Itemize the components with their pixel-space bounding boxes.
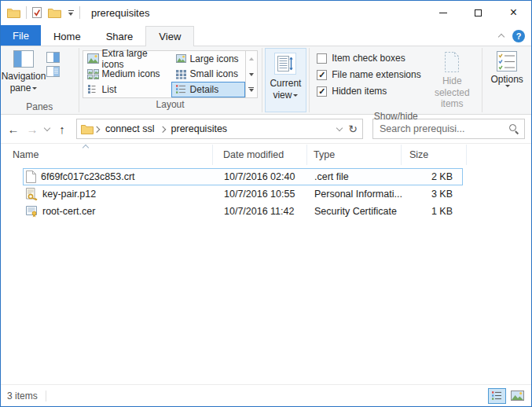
dropdown-caret-icon xyxy=(293,94,298,97)
layout-details[interactable]: Details xyxy=(171,82,245,97)
current-view-icon xyxy=(274,53,296,75)
maximize-button[interactable] xyxy=(460,1,496,24)
hide-selected-items-label: Hide selected items xyxy=(426,75,478,110)
current-view-group: Currentview xyxy=(262,46,310,114)
column-header-size[interactable]: Size xyxy=(402,145,467,165)
file-type: Personal Informati... xyxy=(308,189,402,200)
close-button[interactable]: × xyxy=(496,1,531,24)
file-generic-icon xyxy=(26,170,36,183)
tab-home[interactable]: Home xyxy=(41,27,94,46)
file-date-modified: 10/7/2016 10:55 xyxy=(214,189,308,200)
quick-access-toolbar xyxy=(32,7,74,18)
small-icons-icon xyxy=(175,69,187,79)
hide-selected-items-icon xyxy=(442,51,462,73)
checkbox-icon xyxy=(317,53,327,64)
preview-pane-button[interactable] xyxy=(46,52,60,63)
help-icon[interactable]: ? xyxy=(512,30,525,42)
status-bar: 3 items xyxy=(1,384,531,406)
file-list-area[interactable]: Name Date modified Type Size 6f69fc017c2… xyxy=(1,144,531,384)
ribbon-tab-row: File Home Share View ? xyxy=(1,24,531,46)
large-icons-icon xyxy=(175,53,187,64)
layout-extra-large-icons[interactable]: Extra large icons xyxy=(83,51,171,67)
options-button[interactable]: Options xyxy=(482,46,531,114)
folder-app-icon xyxy=(7,8,20,18)
minimize-button[interactable] xyxy=(425,1,460,24)
column-header-date-modified[interactable]: Date modified xyxy=(213,145,307,165)
details-view-toggle-button[interactable] xyxy=(488,388,506,404)
current-view-label: Current xyxy=(270,78,301,89)
column-header-name[interactable]: Name xyxy=(1,145,213,165)
tab-view[interactable]: View xyxy=(145,26,194,46)
recent-locations-dropdown-icon[interactable] xyxy=(43,125,51,133)
options-icon xyxy=(497,51,517,72)
breadcrumb-segment[interactable]: prerequisites xyxy=(167,123,233,134)
layout-item-label: Small icons xyxy=(190,68,238,79)
close-icon: × xyxy=(510,6,517,19)
column-headers: Name Date modified Type Size xyxy=(1,145,531,165)
tab-share[interactable]: Share xyxy=(94,27,146,46)
details-view-icon xyxy=(175,84,187,94)
minimize-ribbon-icon[interactable] xyxy=(498,33,504,39)
list-view-icon xyxy=(87,84,99,94)
file-row[interactable]: root-cert.cer 10/7/2016 11:42 Security C… xyxy=(23,203,463,220)
sort-ascending-icon xyxy=(82,145,90,149)
navigation-pane-icon xyxy=(13,50,34,68)
refresh-icon[interactable]: ↻ xyxy=(348,123,358,135)
layout-item-label: Large icons xyxy=(190,53,239,64)
breadcrumb-chevron-icon[interactable] xyxy=(160,126,167,133)
options-group: Options xyxy=(482,46,531,114)
customize-toolbar-dropdown-icon[interactable] xyxy=(68,10,74,16)
checkbox-label: Hidden items xyxy=(332,86,387,97)
item-check-boxes-checkbox[interactable]: Item check boxes xyxy=(317,53,426,64)
checkbox-label: Item check boxes xyxy=(332,53,405,64)
gallery-scroll-up[interactable] xyxy=(246,51,257,67)
dropdown-caret-icon xyxy=(32,87,37,90)
file-row[interactable]: key-pair.p12 10/7/2016 10:55 Personal In… xyxy=(23,185,463,203)
column-header-type[interactable]: Type xyxy=(307,145,402,165)
tab-file[interactable]: File xyxy=(1,25,41,46)
file-row[interactable]: 6f69fc017c23c853.crt 10/7/2016 02:40 .ce… xyxy=(23,168,463,185)
layout-medium-icons[interactable]: Medium icons xyxy=(83,67,171,82)
navigation-pane-label: Navigation xyxy=(2,71,46,82)
file-name: 6f69fc017c23c853.crt xyxy=(41,171,135,182)
key-certificate-icon xyxy=(26,188,38,200)
file-name-extensions-checkbox[interactable]: ✓ File name extensions xyxy=(317,69,426,80)
layout-small-icons[interactable]: Small icons xyxy=(171,67,245,82)
properties-check-icon[interactable] xyxy=(32,7,42,18)
new-folder-icon[interactable] xyxy=(48,8,61,18)
breadcrumb-segment[interactable]: connect ssl xyxy=(101,123,160,134)
search-icon[interactable] xyxy=(509,124,519,134)
breadcrumb-chevron-icon[interactable] xyxy=(94,126,101,133)
layout-list[interactable]: List xyxy=(83,82,171,97)
file-name: root-cert.cer xyxy=(42,206,95,217)
checkbox-label: File name extensions xyxy=(332,69,420,80)
file-date-modified: 10/7/2016 11:42 xyxy=(214,206,308,217)
panes-group-label: Panes xyxy=(1,101,79,114)
file-size: 3 KB xyxy=(402,189,459,200)
file-date-modified: 10/7/2016 02:40 xyxy=(214,171,308,182)
address-dropdown-icon[interactable] xyxy=(336,125,343,133)
current-view-button[interactable]: Currentview xyxy=(265,48,307,112)
hidden-items-checkbox[interactable]: ✓ Hidden items xyxy=(317,86,426,97)
details-pane-button[interactable] xyxy=(46,66,60,77)
breadcrumb-folder-icon[interactable] xyxy=(81,124,94,134)
file-name: key-pair.p12 xyxy=(42,189,96,200)
caption-buttons: × xyxy=(425,1,531,24)
up-button[interactable]: ↑ xyxy=(54,123,70,136)
large-thumbnails-view-toggle-button[interactable] xyxy=(508,388,526,404)
back-button[interactable]: ← xyxy=(6,123,21,136)
show-hide-group-label: Show/hide xyxy=(310,110,482,123)
checkbox-icon: ✓ xyxy=(317,70,327,80)
maximize-icon xyxy=(475,9,482,16)
navigation-pane-button[interactable]: Navigationpane xyxy=(1,46,46,101)
layout-large-icons[interactable]: Large icons xyxy=(171,51,245,67)
gallery-more-button[interactable] xyxy=(246,82,257,97)
search-input[interactable] xyxy=(380,123,509,134)
panes-group: Navigationpane Panes xyxy=(1,46,79,114)
layout-gallery: Extra large icons Medium icons List xyxy=(83,50,258,98)
hide-selected-items-button[interactable]: Hide selected items xyxy=(426,46,478,110)
security-certificate-icon xyxy=(26,205,38,218)
gallery-scroll-down[interactable] xyxy=(246,67,257,82)
forward-button[interactable]: → xyxy=(24,123,40,136)
checkbox-icon: ✓ xyxy=(317,86,327,97)
